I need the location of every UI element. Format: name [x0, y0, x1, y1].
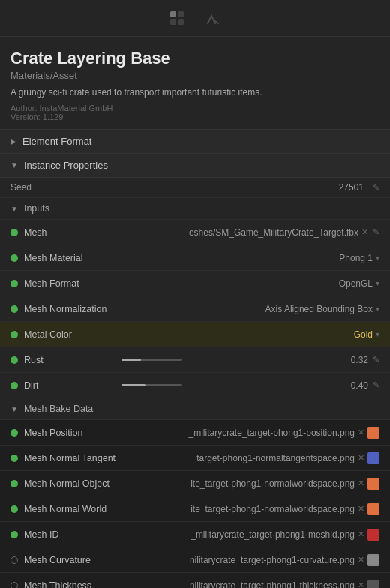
mesh-normal-tangent-value: _target-phong1-normaltangentspace.png: [122, 453, 355, 464]
prop-row-metal-color: Metal Color Gold ▾: [0, 322, 390, 347]
dirt-value: 0.40: [188, 380, 368, 391]
inputs-section: Mesh eshes/SM_Game_MilitaryCrate_Target.…: [0, 220, 390, 398]
svg-rect-0: [170, 11, 176, 17]
mesh-normalization-value: Axis Aligned Bounding Box: [122, 304, 373, 314]
seed-label: Seed: [10, 182, 339, 193]
mesh-normal-object-remove[interactable]: ✕: [358, 478, 364, 488]
dirt-dot: [10, 382, 18, 389]
mesh-format-value: OpenGL: [122, 278, 373, 289]
page-description: A grungy sci-fi crate used to transport …: [10, 87, 380, 98]
rust-label: Rust: [24, 355, 122, 365]
mesh-normal-object-label: Mesh Normal Object: [24, 478, 122, 489]
prop-row-mesh-normal-object: Mesh Normal Object ite_target-phong1-nor…: [0, 471, 390, 496]
metal-color-value: Gold: [122, 329, 373, 340]
mesh-label: Mesh: [24, 227, 122, 238]
mesh-thickness-remove[interactable]: ✕: [358, 580, 364, 588]
inputs-section-header[interactable]: ▼ Inputs: [0, 198, 390, 220]
bake-section-header[interactable]: ▼ Mesh Bake Data: [0, 398, 390, 420]
mesh-format-dot: [10, 280, 18, 287]
element-format-chevron: ▶: [10, 137, 16, 146]
svg-rect-1: [178, 11, 184, 17]
prop-row-mesh-position: Mesh Position _militarycrate_target-phon…: [0, 420, 390, 446]
bake-label: Mesh Bake Data: [24, 404, 93, 414]
instance-props-chevron: ▼: [10, 161, 18, 170]
mesh-normal-world-remove[interactable]: ✕: [358, 504, 364, 514]
mesh-thickness-thumb: [368, 580, 380, 589]
page-title: Crate Layering Base: [10, 49, 380, 68]
mesh-dot: [10, 229, 18, 236]
mesh-remove-button[interactable]: ✕: [362, 227, 368, 237]
instance-props-label: Instance Properties: [24, 160, 108, 171]
mesh-normal-tangent-thumb: [368, 452, 380, 464]
mesh-normalization-dropdown-icon[interactable]: ▾: [376, 304, 380, 313]
mesh-position-dot: [10, 429, 18, 436]
svg-rect-2: [170, 19, 176, 25]
mesh-id-value: _militarycrate_target-phong1-meshid.png: [122, 530, 355, 540]
instance-properties-section[interactable]: ▼ Instance Properties: [0, 154, 390, 178]
mesh-material-dropdown-icon[interactable]: ▾: [376, 254, 380, 262]
inputs-label: Inputs: [24, 203, 50, 214]
page-subtitle: Materials/Asset: [10, 70, 380, 81]
mesh-curvature-label: Mesh Curvature: [24, 555, 122, 566]
mesh-normal-world-label: Mesh Normal World: [24, 504, 122, 514]
dirt-label: Dirt: [24, 380, 122, 391]
mesh-normal-world-value: ite_target-phong1-normalworldspace.png: [122, 504, 355, 514]
prop-row-mesh: Mesh eshes/SM_Game_MilitaryCrate_Target.…: [0, 220, 390, 245]
mesh-id-dot: [10, 531, 18, 538]
mesh-normal-object-dot: [10, 480, 18, 488]
mesh-normal-world-thumb: [368, 503, 380, 515]
mesh-value: eshes/SM_Game_MilitaryCrate_Target.fbx: [122, 227, 358, 238]
mesh-format-label: Mesh Format: [24, 278, 122, 289]
mesh-position-remove[interactable]: ✕: [358, 428, 364, 437]
mesh-curvature-dot: [10, 556, 18, 564]
header-section: Crate Layering Base Materials/Asset A gr…: [0, 37, 390, 130]
mesh-curvature-remove[interactable]: ✕: [358, 555, 364, 565]
mesh-position-thumb: [368, 427, 380, 439]
svg-rect-3: [178, 19, 184, 25]
inputs-chevron: ▼: [10, 205, 18, 213]
mesh-edit-button[interactable]: ✎: [373, 227, 380, 237]
mesh-thickness-label: Mesh Thickness: [24, 580, 122, 589]
mesh-curvature-thumb: [368, 554, 380, 566]
mesh-material-label: Mesh Material: [24, 253, 122, 263]
mesh-normal-object-value: ite_target-phong1-normalworldspace.png: [122, 478, 355, 489]
rust-edit-button[interactable]: ✎: [373, 355, 380, 364]
prop-row-mesh-normal-tangent: Mesh Normal Tangent _target-phong1-norma…: [0, 446, 390, 471]
mesh-normalization-dot: [10, 305, 18, 313]
prop-row-mesh-id: Mesh ID _militarycrate_target-phong1-mes…: [0, 522, 390, 548]
mesh-normal-world-dot: [10, 506, 18, 513]
rust-slider[interactable]: [122, 358, 182, 361]
top-bar: [0, 0, 390, 37]
rust-value: 0.32: [188, 355, 368, 365]
metal-color-label: Metal Color: [24, 329, 122, 340]
mesh-id-label: Mesh ID: [24, 530, 122, 540]
grid-icon[interactable]: [166, 8, 188, 28]
prop-row-mesh-thickness: Mesh Thickness nilitarycrate_target-phon…: [0, 573, 390, 588]
author-meta: Author: InstaMaterial GmbH: [10, 104, 380, 112]
metal-color-dropdown-icon[interactable]: ▾: [376, 330, 380, 338]
mesh-normal-tangent-remove[interactable]: ✕: [358, 453, 364, 463]
prop-row-rust: Rust 0.32 ✎: [0, 347, 390, 373]
element-format-section[interactable]: ▶ Element Format: [0, 130, 390, 154]
prop-row-mesh-material: Mesh Material Phong 1 ▾: [0, 245, 390, 271]
dirt-edit-button[interactable]: ✎: [373, 380, 380, 390]
prop-row-mesh-normal-world: Mesh Normal World ite_target-phong1-norm…: [0, 496, 390, 522]
mesh-position-value: _militarycrate_target-phong1-position.pn…: [122, 428, 355, 438]
version-meta: Version: 1.129: [10, 112, 380, 122]
mesh-normal-object-thumb: [368, 478, 380, 490]
mesh-id-thumb: [368, 529, 380, 541]
lambda-icon[interactable]: [202, 8, 224, 28]
mesh-material-dot: [10, 254, 18, 262]
prop-row-dirt: Dirt 0.40 ✎: [0, 373, 390, 398]
dirt-slider[interactable]: [122, 384, 182, 386]
seed-edit-button[interactable]: ✎: [373, 183, 380, 193]
mesh-format-dropdown-icon[interactable]: ▾: [376, 279, 380, 287]
seed-row: Seed 27501 ✎: [0, 178, 390, 198]
mesh-normalization-label: Mesh Normalization: [24, 304, 122, 314]
seed-value: 27501: [339, 182, 364, 193]
element-format-label: Element Format: [22, 136, 92, 147]
mesh-id-remove[interactable]: ✕: [358, 530, 364, 539]
bake-chevron: ▼: [10, 405, 18, 413]
mesh-thickness-value: nilitarycrate_target-phong1-thickness.pn…: [122, 580, 355, 589]
mesh-normal-tangent-dot: [10, 454, 18, 462]
